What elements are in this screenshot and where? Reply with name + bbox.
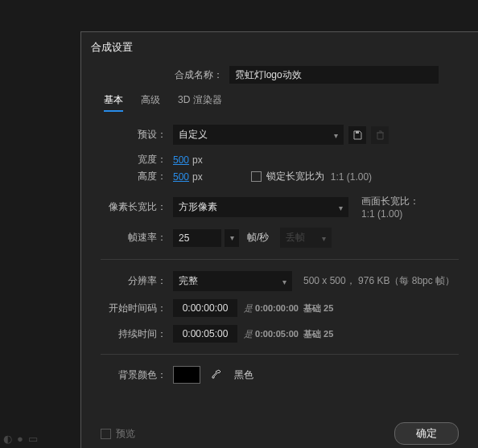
resolution-label: 分辨率： (101, 274, 173, 288)
fps-input[interactable] (173, 229, 221, 247)
composition-settings-dialog: 合成设置 合成名称： 基本 高级 3D 渲染器 预设： 自定义 ▾ (80, 31, 478, 448)
app-status-icons: ◐ ● ▭ (3, 433, 38, 445)
bgcolor-swatch[interactable] (173, 366, 200, 384)
preview-label: 预览 (116, 427, 135, 441)
par-label: 像素长宽比： (101, 200, 173, 214)
chevron-down-icon: ▾ (339, 203, 343, 212)
lock-aspect-ratio: 1:1 (1.00) (331, 171, 372, 183)
tabs: 基本 高级 3D 渲染器 (104, 93, 459, 112)
lock-aspect-label: 锁定长宽比为 (266, 170, 324, 183)
chevron-down-icon: ▾ (282, 277, 286, 286)
resolution-select[interactable]: 完整 ▾ (173, 271, 292, 291)
duration-input[interactable] (173, 325, 237, 343)
bgcolor-name: 黑色 (234, 368, 253, 382)
bgcolor-label: 背景颜色： (101, 368, 173, 382)
fps-dropdown-button[interactable]: ▾ (225, 229, 239, 247)
chevron-down-icon: ▾ (322, 233, 326, 242)
height-label: 高度： (101, 170, 173, 183)
width-label: 宽度： (101, 153, 173, 166)
chevron-down-icon: ▾ (334, 130, 338, 139)
par-select[interactable]: 方形像素 ▾ (173, 197, 348, 217)
tab-advanced[interactable]: 高级 (141, 93, 160, 112)
ok-button[interactable]: 确定 (394, 422, 459, 445)
duration-hint: 是 0:00:05:00 基础 25 (244, 328, 333, 340)
width-value[interactable]: 500 (173, 154, 189, 166)
status-icon: ▭ (28, 433, 38, 445)
comp-name-input[interactable] (229, 66, 439, 84)
start-tc-label: 开始时间码： (101, 302, 173, 315)
dialog-title: 合成设置 (81, 32, 478, 63)
tab-basic[interactable]: 基本 (104, 93, 123, 112)
preview-checkbox[interactable] (101, 429, 111, 439)
resolution-info: 500 x 500， 976 KB（每 8bpc 帧） (303, 274, 455, 288)
status-icon: ◐ (3, 433, 12, 445)
preset-label: 预设： (101, 128, 173, 142)
svg-rect-0 (356, 131, 359, 134)
fps-unit: 帧/秒 (247, 231, 269, 245)
status-icon: ● (17, 433, 23, 445)
height-value[interactable]: 500 (173, 171, 189, 183)
dropframe-select: 丢帧 ▾ (280, 228, 332, 248)
delete-preset-button[interactable] (371, 126, 389, 144)
width-unit: px (192, 154, 203, 166)
comp-name-label: 合成名称： (101, 68, 229, 82)
save-preset-button[interactable] (348, 126, 366, 144)
start-tc-input[interactable] (173, 299, 237, 317)
tab-3d-renderer[interactable]: 3D 渲染器 (178, 93, 222, 112)
start-tc-hint: 是 0:00:00:00 基础 25 (244, 302, 333, 314)
lock-aspect-checkbox[interactable] (251, 171, 262, 182)
eyedropper-button[interactable] (207, 366, 225, 384)
duration-label: 持续时间： (101, 327, 173, 341)
fps-label: 帧速率： (101, 231, 173, 245)
frame-aspect-label: 画面长宽比： (361, 195, 419, 208)
preset-select[interactable]: 自定义 ▾ (173, 125, 344, 145)
height-unit: px (192, 171, 203, 183)
frame-aspect-value: 1:1 (1.00) (361, 208, 419, 220)
